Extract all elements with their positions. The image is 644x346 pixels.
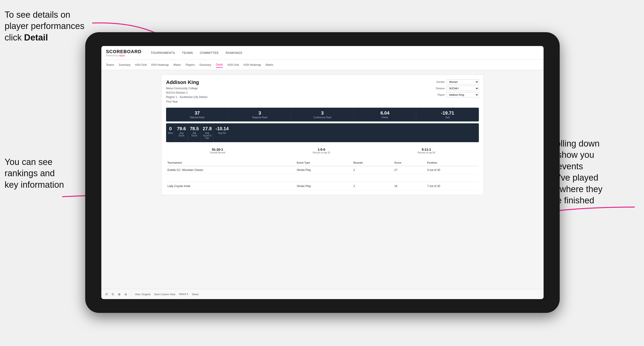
table-row <box>166 174 479 182</box>
record-top25: 1-5-0 Record vs top 25 <box>313 148 330 154</box>
player-name: Addison King <box>166 79 207 85</box>
annotation-bottomleft-line3: key information <box>4 180 64 189</box>
overall-record-label: Overall Record <box>210 151 225 154</box>
toolbar-share[interactable]: Share <box>192 293 198 296</box>
player-label: Player <box>431 93 445 96</box>
col-rounds: Rounds <box>352 160 393 166</box>
nav-tournaments[interactable]: TOURNAMENTS <box>151 51 175 54</box>
conference-rank-value: 3 <box>293 110 352 116</box>
points-label: Points <box>356 116 414 119</box>
subnav-summary[interactable]: Summary <box>118 62 130 67</box>
gender-select[interactable]: Women <box>446 79 479 84</box>
table-body: Estella CC- Mountain Classic Stroke Play… <box>166 166 479 190</box>
stat-national-rank: 37 National Rank <box>166 108 229 122</box>
stat-wins: 0 Wins <box>166 123 175 142</box>
player-card: Addison King Mesa Community College NJCA… <box>161 75 484 195</box>
watch-label: Watch ▾ <box>179 293 188 296</box>
toolbar-save-custom[interactable]: Save Custom View <box>154 293 176 296</box>
subnav-matrix[interactable]: Matrix <box>174 62 181 67</box>
record-top50-label: Record vs top 50 <box>418 151 435 154</box>
table-row: Lady Coyote Invite Stroke Play 2 16 7 ou… <box>166 182 479 190</box>
avg-score-label: Avg Score <box>177 132 186 137</box>
records-row: 91-20-1 Overall Record 1-5-0 Record vs t… <box>166 146 479 156</box>
stat-sos: -19.71 SoS <box>416 108 479 122</box>
regional-rank-label: Regional Rank <box>230 116 289 119</box>
adj-score-value: 78.5 <box>190 126 199 131</box>
row3-rounds: 2 <box>352 182 393 190</box>
row2-score <box>393 174 426 182</box>
subnav-h2h-grid2[interactable]: H2H Grid <box>227 62 239 67</box>
annotation-bottomleft: You can see rankings and key information <box>4 157 88 190</box>
col-event-type: Event Type <box>295 160 352 166</box>
annotation-topleft: To see details on player performances cl… <box>4 9 92 43</box>
stat-avg-score-par: 27.8 Avg Score to Par <box>201 123 214 142</box>
avg-sg-value: -10.14 <box>216 126 229 131</box>
nav-teams[interactable]: TEAMS <box>182 51 193 54</box>
player-year: First Year <box>166 100 207 104</box>
subnav-players[interactable]: Players <box>186 62 195 67</box>
sub-nav: Teams Summary H2H Grid H2H Heatmap Matri… <box>101 60 544 70</box>
player-dropdown-row: Player Addison King <box>431 92 479 97</box>
annotation-detail-bold: Detail <box>24 33 48 42</box>
content-area[interactable]: Addison King Mesa Community College NJCA… <box>101 70 544 289</box>
save-custom-label: Save Custom View <box>154 293 176 296</box>
player-school: Mesa Community College <box>166 86 207 91</box>
row1-tournament: Estella CC- Mountain Classic <box>166 166 295 174</box>
row3-position: 7 out of 20 <box>426 182 479 190</box>
undo-icon: ↺ <box>105 292 108 296</box>
division-label: Division <box>431 87 445 90</box>
row2-tournament <box>166 174 295 182</box>
col-position: Position <box>426 160 479 166</box>
avg-sg-label: Avg SG <box>216 132 229 134</box>
player-division: NJCAA Division 1 <box>166 91 207 95</box>
tablet-screen: SCOREBOARD Powered by clippd TOURNAMENTS… <box>101 46 544 299</box>
subnav-matrix2[interactable]: Matrix <box>266 62 274 67</box>
row3-event-type: Stroke Play <box>295 182 352 190</box>
overall-record: 91-20-1 Overall Record <box>210 148 225 154</box>
row2-rounds <box>352 174 393 182</box>
player-dropdowns: Gender Women Division NJCAA I <box>431 79 479 97</box>
avg-score-value: 79.6 <box>177 126 186 131</box>
record-top50: 5-11-1 Record vs top 50 <box>418 148 435 154</box>
subnav-summary2[interactable]: Summary <box>199 62 211 67</box>
overall-record-value: 91-20-1 <box>210 148 225 151</box>
subnav-teams[interactable]: Teams <box>106 62 114 67</box>
subnav-detail[interactable]: Detail <box>216 62 223 68</box>
gender-dropdown-row: Gender Women <box>431 79 479 84</box>
toolbar-undo[interactable]: ↺ <box>105 292 108 296</box>
gender-label: Gender <box>431 81 445 83</box>
stat-regional-rank: 3 Regional Rank <box>229 108 291 122</box>
nav-rankings[interactable]: RANKINGS <box>226 51 242 54</box>
view-original-label: View: Original <box>135 293 150 296</box>
toolbar-watch[interactable]: Watch ▾ <box>179 293 188 296</box>
row1-rounds: 2 <box>352 166 393 174</box>
tablet-frame: SCOREBOARD Powered by clippd TOURNAMENTS… <box>85 32 560 313</box>
row1-score: 17 <box>393 166 426 174</box>
subnav-h2h-heatmap2[interactable]: H2H Heatmap <box>244 62 261 67</box>
zoom-out-icon: ⊖ <box>124 292 127 296</box>
sos-label: SoS <box>418 116 477 119</box>
player-info: Addison King Mesa Community College NJCA… <box>166 79 207 104</box>
toolbar-divider <box>131 292 131 297</box>
avg-score-par-label: Avg Score to Par <box>203 132 212 139</box>
toolbar-view-original[interactable]: View: Original <box>135 293 150 296</box>
annotation-bottomleft-line2: rankings and <box>4 169 55 178</box>
division-select[interactable]: NJCAA I <box>446 86 479 91</box>
row2-event-type <box>295 174 352 182</box>
zoom-in-icon: ⊕ <box>118 292 121 296</box>
wins-label: Wins <box>168 132 173 134</box>
row1-event-type: Stroke Play <box>295 166 352 174</box>
toolbar-redo[interactable]: ↻ <box>112 292 114 296</box>
national-rank-label: National Rank <box>168 116 227 119</box>
table-row: Estella CC- Mountain Classic Stroke Play… <box>166 166 479 174</box>
toolbar-zoom-in[interactable]: ⊕ <box>118 292 121 296</box>
nav-committee[interactable]: COMMITTEE <box>200 51 219 54</box>
subnav-h2h-heatmap[interactable]: H2H Heatmap <box>151 62 169 67</box>
row3-tournament: Lady Coyote Invite <box>166 182 295 190</box>
regional-rank-value: 3 <box>230 110 289 116</box>
logo-scoreboard: SCOREBOARD <box>106 49 142 54</box>
toolbar-zoom-out[interactable]: ⊖ <box>124 292 127 296</box>
division-dropdown-row: Division NJCAA I <box>431 86 479 91</box>
player-select[interactable]: Addison King <box>446 92 479 97</box>
subnav-h2h-grid[interactable]: H2H Grid <box>135 62 147 67</box>
